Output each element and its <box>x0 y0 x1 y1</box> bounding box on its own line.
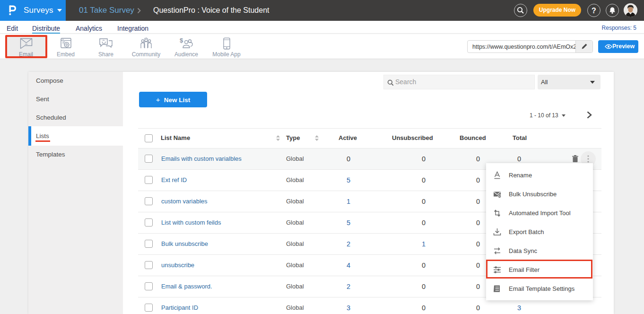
svg-text:?: ? <box>592 6 596 14</box>
